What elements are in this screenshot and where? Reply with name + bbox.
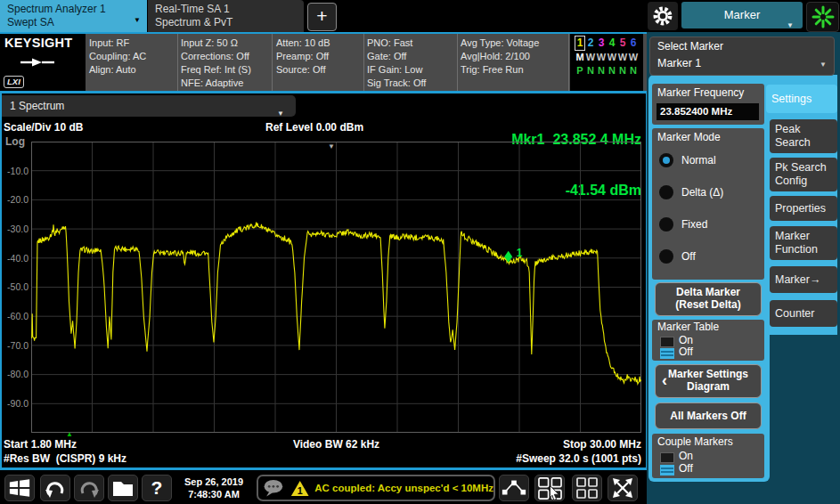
tab-subtitle: Swept SA [7, 16, 147, 29]
touch-screen-icon [537, 476, 563, 500]
marker-status-block: 123456 MWWWWW PNNNNN [570, 34, 643, 91]
couple-markers-toggle[interactable]: Couple Markers On Off [652, 434, 764, 478]
radio-icon [659, 249, 673, 264]
y-tick: -60.0 [2, 311, 29, 321]
redo-icon [77, 476, 102, 500]
select-marker-value: Marker 1 [657, 57, 701, 69]
svg-text:1: 1 [517, 247, 523, 259]
ref-level-label[interactable]: Ref Level 0.00 dBm [265, 121, 363, 134]
y-tick: -90.0 [2, 398, 29, 409]
touch-mode-button[interactable] [534, 475, 565, 501]
settings-col-input: Input: RFCoupling: ACAlign: Auto [89, 37, 146, 77]
toggle-on-label: On [679, 334, 693, 346]
grid-2x2-icon [575, 476, 599, 500]
active-menu-button[interactable]: Marker ▼ [681, 2, 803, 28]
y-tick: -50.0 [2, 281, 29, 292]
toggle-on-indicator [660, 337, 674, 347]
busy-indicator-button[interactable] [806, 2, 839, 32]
marker-numbers-row: 123456 [575, 36, 643, 51]
add-tab-button[interactable]: + [307, 3, 337, 31]
toggle-off-label: Off [679, 345, 693, 358]
toggle-off-label: Off [679, 462, 693, 475]
file-explorer-button[interactable] [108, 475, 138, 501]
marker-mode-label: Marker Mode [657, 131, 721, 143]
marker-settings-diagram-button[interactable]: ‹ Marker Settings Diagram [655, 364, 762, 398]
warning-triangle-icon: 1 [290, 478, 309, 499]
spectrum-plot[interactable]: 1 [31, 142, 641, 433]
folder-icon [110, 476, 135, 500]
fullscreen-button[interactable] [608, 475, 638, 501]
radio-fixed[interactable]: Fixed [659, 217, 707, 232]
measurement-display: 1 Spectrum ▼ Scale/Div 10 dB Ref Level 0… [0, 93, 648, 470]
marker-frequency-label: Marker Frequency [657, 86, 744, 99]
tab-title: Real-Time SA 1 [155, 3, 304, 16]
trace-selector[interactable]: 1 Spectrum ▼ [2, 95, 296, 117]
trigger-position-icon: ▲ [66, 431, 73, 438]
settings-header-bar[interactable]: KEYSIGHT LXI Input: RFCoupling: ACAlign:… [0, 34, 647, 91]
window-layout-button[interactable] [572, 475, 602, 501]
question-mark-icon: ? [144, 476, 169, 500]
tab-settings[interactable]: Settings [766, 85, 837, 113]
toggle-on-label: On [679, 450, 693, 462]
stop-freq-label[interactable]: Stop 30.00 MHz [374, 438, 641, 451]
tab-pk-search-config[interactable]: Pk Search Config [770, 158, 837, 191]
y-tick: -40.0 [2, 253, 29, 264]
divider [568, 34, 569, 91]
toggle-off-indicator [660, 348, 674, 359]
settings-col-avg: Avg Type: VoltageAvg|Hold: 2/100Trig: Fr… [461, 37, 539, 77]
scale-div-label[interactable]: Scale/Div 10 dB [4, 121, 83, 134]
keysight-logo: KEYSIGHT LXI [0, 34, 86, 91]
y-tick: -30.0 [2, 224, 29, 234]
delta-marker-button[interactable]: Delta Marker (Reset Delta) [655, 282, 762, 316]
chevron-left-icon: ‹ [662, 371, 667, 390]
settings-col-atten: Atten: 10 dBPreamp: OffSource: Off [276, 37, 330, 77]
log-scale-label: Log [5, 135, 25, 148]
message-bubble-icon [262, 476, 285, 500]
y-tick: -70.0 [2, 340, 29, 351]
alert-count: 1 [298, 484, 303, 495]
redo-button[interactable] [74, 475, 104, 501]
tab-peak-search[interactable]: Peak Search [770, 119, 837, 153]
status-annunciator[interactable]: 1 AC coupled: Accy unspec'd < 10MHz [257, 475, 495, 501]
all-markers-off-button[interactable]: All Markers Off [655, 402, 762, 429]
svg-text:?: ? [151, 477, 163, 498]
tab-swept-sa[interactable]: Spectrum Analyzer 1 Swept SA ▼ [0, 0, 147, 32]
marker-mode-group: Marker Mode Normal Delta (Δ) Fixed Off [652, 128, 764, 280]
windows-start-button[interactable] [4, 475, 35, 501]
y-tick: -20.0 [2, 194, 29, 205]
sequencer-button[interactable] [499, 475, 529, 501]
sequence-icon [501, 477, 527, 499]
expand-arrows-icon [610, 476, 635, 500]
tab-counter[interactable]: Counter [770, 300, 837, 327]
spinner-starburst-icon [811, 4, 836, 29]
sweep-time-label[interactable]: #Sweep 32.0 s (1001 pts) [374, 452, 641, 465]
analyzer-screen: Spectrum Analyzer 1 Swept SA ▼ Real-Time… [0, 0, 840, 504]
tab-marker-to[interactable]: Marker→ [770, 266, 837, 293]
radio-icon [659, 217, 673, 232]
settings-col-pno: PNO: FastGate: OffIF Gain: LowSig Track:… [367, 37, 426, 90]
marker-frequency-field[interactable]: 23.852400 MHz [657, 103, 759, 120]
y-tick: -80.0 [2, 369, 29, 379]
marker-detector-row: PNNNNN [575, 64, 643, 77]
res-bw-label[interactable]: #Res BW (CISPR) 9 kHz [4, 452, 126, 465]
tab-title: Spectrum Analyzer 1 [7, 3, 147, 16]
radio-off[interactable]: Off [659, 249, 696, 264]
tab-marker-function[interactable]: Marker Function [770, 226, 837, 260]
select-marker-dropdown[interactable]: Select Marker Marker 1 ▼ [649, 37, 835, 76]
undo-button[interactable] [40, 475, 70, 501]
windows-logo-icon [7, 476, 32, 500]
help-button[interactable]: ? [142, 475, 172, 501]
settings-col-impedance: Input Z: 50 ΩCorrections: OffFreq Ref: I… [181, 37, 251, 90]
radio-delta[interactable]: Delta (Δ) [659, 185, 723, 199]
radio-normal[interactable]: Normal [659, 153, 716, 167]
select-marker-label: Select Marker [657, 40, 723, 53]
tab-realtime-sa[interactable]: Real-Time SA 1 Spectrum & PvT [148, 0, 304, 32]
divider [363, 34, 364, 91]
alert-text: AC coupled: Accy unspec'd < 10MHz [314, 483, 493, 493]
marker-table-toggle[interactable]: Marker Table On Off [652, 320, 764, 361]
radio-icon [659, 185, 673, 199]
gear-icon [649, 3, 676, 29]
system-settings-button[interactable] [648, 2, 678, 30]
divider [457, 34, 458, 91]
tab-properties[interactable]: Properties [770, 196, 837, 221]
